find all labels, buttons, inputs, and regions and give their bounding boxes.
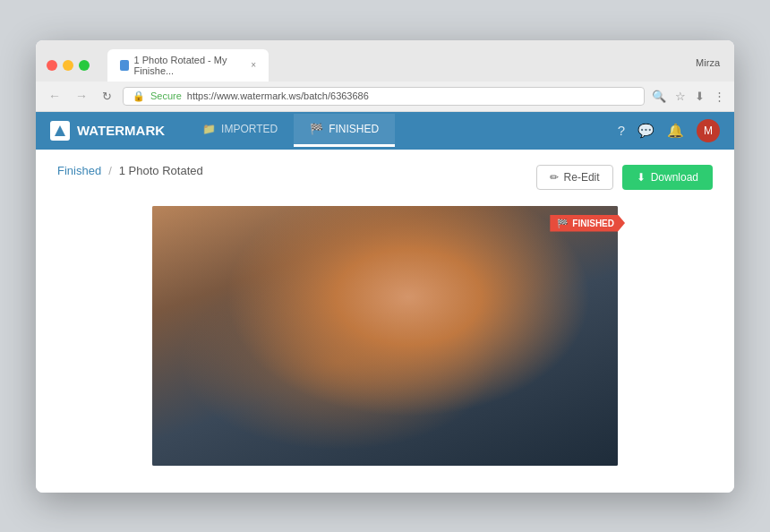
breadcrumb-link[interactable]: Finished: [57, 164, 101, 177]
nav-right: ? 💬 🔔 M: [618, 119, 720, 142]
refresh-button[interactable]: ↻: [98, 88, 116, 105]
app-navbar: WATERMARK 📁 IMPORTED 🏁 FINISHED ? 💬 🔔 M: [36, 112, 734, 150]
ribbon-label: FINISHED: [572, 219, 614, 228]
back-button[interactable]: ←: [45, 87, 64, 105]
page-actions: ✏ Re-Edit ⬇ Download: [536, 165, 713, 190]
edit-icon: ✏: [550, 171, 559, 184]
menu-icon[interactable]: ⋮: [714, 90, 725, 103]
finished-ribbon: 🏁 FINISHED: [550, 215, 625, 232]
re-edit-label: Re-Edit: [564, 171, 600, 184]
traffic-lights: [47, 60, 90, 71]
photo-overlay: [152, 206, 618, 466]
toolbar-icons: 🔍 ☆ ⬇ ⋮: [652, 90, 725, 103]
download-label: Download: [651, 171, 698, 184]
user-avatar[interactable]: M: [697, 119, 720, 142]
breadcrumb-row: Finished / 1 Photo Rotated ✏ Re-Edit ⬇ D…: [57, 164, 713, 192]
title-bar: 1 Photo Rotated - My Finishe... × Mirza: [36, 40, 734, 82]
download-icon[interactable]: ⬇: [695, 90, 705, 103]
ribbon-flag-icon: 🏁: [557, 219, 568, 228]
search-icon[interactable]: 🔍: [652, 90, 666, 103]
tab-imported[interactable]: 📁 IMPORTED: [186, 114, 294, 147]
notification-icon[interactable]: 🔔: [667, 123, 684, 139]
download-button[interactable]: ⬇ Download: [622, 165, 713, 190]
image-container: 🏁 FINISHED: [152, 206, 618, 466]
tab-finished[interactable]: 🏁 FINISHED: [294, 114, 395, 147]
tab-bar: 1 Photo Rotated - My Finishe... ×: [107, 49, 689, 82]
bookmark-icon[interactable]: ☆: [675, 90, 686, 103]
breadcrumb: Finished / 1 Photo Rotated: [57, 164, 203, 177]
forward-button[interactable]: →: [72, 87, 91, 105]
breadcrumb-current: 1 Photo Rotated: [119, 164, 203, 177]
secure-icon: 🔒: [133, 90, 145, 102]
download-arrow-icon: ⬇: [637, 171, 646, 184]
page-content: Finished / 1 Photo Rotated ✏ Re-Edit ⬇ D…: [36, 150, 734, 493]
secure-label: Secure: [150, 90, 182, 101]
tab-close-icon[interactable]: ×: [251, 60, 256, 70]
address-url: https://www.watermark.ws/batch/6363686: [187, 90, 369, 101]
app-logo-text: WATERMARK: [77, 123, 165, 138]
breadcrumb-separator: /: [108, 164, 112, 177]
minimize-button[interactable]: [63, 60, 73, 71]
svg-marker-0: [55, 125, 65, 136]
maximize-button[interactable]: [79, 60, 90, 71]
address-bar: ← → ↻ 🔒 Secure https://www.watermark.ws/…: [36, 82, 734, 112]
tab-imported-label: IMPORTED: [221, 123, 278, 135]
tab-label: 1 Photo Rotated - My Finishe...: [134, 55, 243, 76]
tab-favicon-icon: [120, 60, 129, 71]
close-button[interactable]: [47, 60, 57, 71]
address-input[interactable]: 🔒 Secure https://www.watermark.ws/batch/…: [123, 87, 645, 106]
nav-tabs: 📁 IMPORTED 🏁 FINISHED: [186, 114, 618, 147]
tab-finished-label: FINISHED: [329, 123, 379, 135]
app-logo: WATERMARK: [50, 112, 179, 150]
help-icon[interactable]: ?: [618, 123, 625, 138]
watermark-logo-svg: [54, 124, 66, 137]
browser-window: 1 Photo Rotated - My Finishe... × Mirza …: [36, 40, 734, 493]
chat-icon[interactable]: 💬: [637, 123, 654, 139]
finished-flag-icon: 🏁: [310, 123, 323, 135]
logo-icon: [50, 121, 70, 141]
photo-image: [152, 206, 618, 466]
browser-user-name: Mirza: [696, 57, 723, 73]
imported-icon: 📁: [202, 123, 216, 135]
browser-tab[interactable]: 1 Photo Rotated - My Finishe... ×: [107, 49, 269, 82]
re-edit-button[interactable]: ✏ Re-Edit: [536, 165, 613, 190]
